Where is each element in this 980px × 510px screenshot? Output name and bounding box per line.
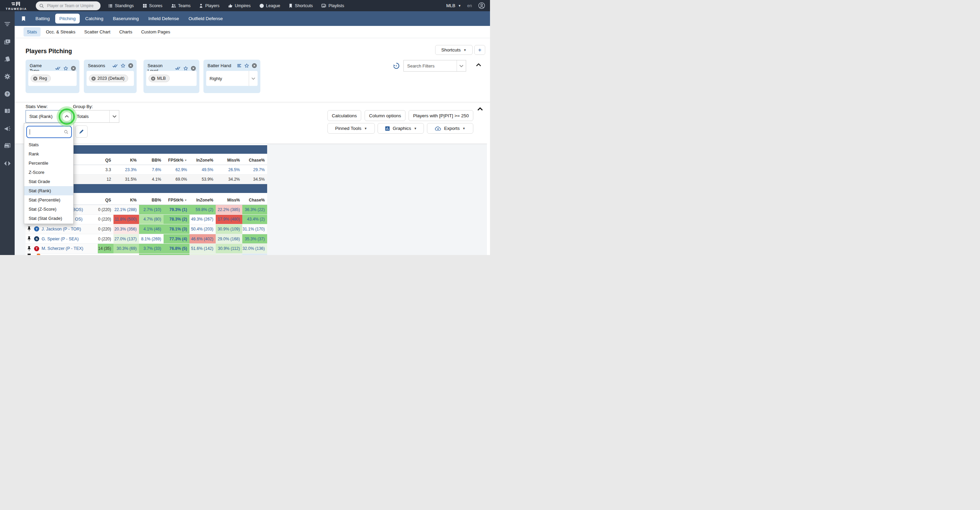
player-link[interactable]: BOS) xyxy=(73,207,83,212)
announcements-megaphone-icon[interactable] xyxy=(4,125,11,132)
media-gallery-icon[interactable] xyxy=(4,142,11,150)
scrollbar-track[interactable] xyxy=(487,144,490,255)
collapse-filters-icon[interactable] xyxy=(476,64,481,67)
search-filters-select[interactable]: Search Filters xyxy=(403,60,466,72)
remove-filter-icon[interactable] xyxy=(191,66,196,71)
graphics-button[interactable]: Graphics▼ xyxy=(377,123,424,134)
nav-item-league[interactable]: League xyxy=(259,3,280,8)
global-search[interactable] xyxy=(36,2,100,10)
filters-icon[interactable] xyxy=(4,21,11,28)
group-by-select[interactable]: Totals xyxy=(73,110,119,123)
nav-item-teams[interactable]: Teams xyxy=(171,3,191,8)
section-tab[interactable]: Catching xyxy=(81,14,107,24)
batter-hand-select[interactable]: Righty xyxy=(206,71,258,86)
subnav-item[interactable]: Charts xyxy=(116,27,135,37)
subnav-item[interactable]: Stats xyxy=(24,27,41,37)
section-tab[interactable]: Pitching xyxy=(55,14,80,24)
qualifier-button[interactable]: Players with [P|PIT] >= 250 xyxy=(409,110,473,121)
exports-button[interactable]: Exports▼ xyxy=(427,123,473,134)
column-header[interactable]: Chase%▼ xyxy=(242,198,267,204)
nav-item-scores[interactable]: Scores xyxy=(142,3,162,8)
pin-icon[interactable] xyxy=(25,244,32,253)
select-all-icon[interactable] xyxy=(175,66,181,70)
remove-filter-icon[interactable] xyxy=(71,66,76,71)
embed-code-icon[interactable] xyxy=(4,160,11,167)
edit-stats-view-button[interactable] xyxy=(75,126,88,138)
subnav-item[interactable]: Scatter Chart xyxy=(81,27,114,37)
column-header[interactable]: InZone%▼ xyxy=(189,198,216,204)
column-header[interactable]: QS▼ xyxy=(98,198,113,204)
stats-view-option[interactable]: Stat (Z-Score) xyxy=(24,204,73,214)
column-header[interactable]: Miss%▼ xyxy=(216,198,242,204)
subnav-item[interactable]: Occ. & Streaks xyxy=(43,27,79,37)
player-link[interactable]: G. Speier (P - SEA) xyxy=(41,237,79,241)
glossary-book-icon[interactable] xyxy=(4,108,11,115)
column-header[interactable]: QS▼ xyxy=(98,158,113,165)
column-header[interactable]: Miss%▼ xyxy=(216,158,242,165)
settings-gear-icon[interactable] xyxy=(4,73,11,80)
player-link[interactable]: J. Jackson (P - TOR) xyxy=(41,227,81,231)
stats-view-option[interactable]: Rank xyxy=(24,149,73,159)
section-tab[interactable]: Batting xyxy=(31,14,54,24)
nav-item-standings[interactable]: Standings xyxy=(108,3,134,8)
column-header[interactable]: K%▼ xyxy=(113,158,139,165)
favorite-star-icon[interactable] xyxy=(121,64,126,68)
dropdown-search-input[interactable] xyxy=(32,129,62,135)
pin-icon[interactable] xyxy=(25,234,32,244)
help-icon[interactable]: ? xyxy=(4,90,11,97)
filter-chip[interactable]: 2023 (Default) xyxy=(89,75,128,82)
column-header[interactable]: BB%▼ xyxy=(139,158,164,165)
language-selector[interactable]: en xyxy=(467,3,472,8)
calculations-button[interactable]: Calculations xyxy=(328,110,361,121)
select-all-icon[interactable] xyxy=(55,66,60,70)
column-header[interactable]: K%▼ xyxy=(113,198,139,204)
column-header[interactable]: Chase%▼ xyxy=(242,158,267,165)
nav-item-umpires[interactable]: Umpires xyxy=(228,3,251,8)
stats-view-select[interactable]: Stat (Rank) xyxy=(25,110,72,123)
menu-icon[interactable] xyxy=(237,64,242,67)
bookmark-icon[interactable] xyxy=(21,16,26,21)
stats-view-option[interactable]: Stats xyxy=(24,140,73,149)
stats-view-option[interactable]: Percentile xyxy=(24,159,73,168)
favorite-star-icon[interactable] xyxy=(183,66,188,70)
stats-view-option[interactable]: Stat (Rank) xyxy=(24,186,73,195)
pin-icon[interactable] xyxy=(25,224,32,234)
stats-view-option[interactable]: Stat (Stat Grade) xyxy=(24,214,73,223)
user-avatar[interactable] xyxy=(478,2,485,9)
nav-item-players[interactable]: Players xyxy=(199,3,220,8)
column-header[interactable]: BB%▼ xyxy=(139,198,164,204)
remove-filter-icon[interactable] xyxy=(128,63,133,68)
column-header[interactable]: FPStk%▼ xyxy=(164,158,189,165)
stats-view-option[interactable]: Stat Grade xyxy=(24,177,73,186)
video-playlist-icon[interactable] xyxy=(4,38,11,45)
filter-chip[interactable]: MLB xyxy=(149,75,170,82)
player-link[interactable]: OS) xyxy=(75,217,83,222)
section-tab[interactable]: Infield Defense xyxy=(144,14,183,24)
section-tab[interactable]: Baserunning xyxy=(109,14,143,24)
dropdown-search[interactable] xyxy=(26,126,72,138)
stats-view-option[interactable]: Stat (Percentile) xyxy=(24,195,73,204)
filter-chip[interactable]: Reg xyxy=(31,75,51,82)
scorecard-icon[interactable] xyxy=(4,56,11,63)
add-page-button[interactable]: + xyxy=(474,45,485,55)
section-tab[interactable]: Outfield Defense xyxy=(185,14,227,24)
stats-view-option[interactable]: Z-Score xyxy=(24,168,73,177)
shortcuts-button[interactable]: Shortcuts ▼ xyxy=(435,45,473,55)
subnav-item[interactable]: Custom Pages xyxy=(138,27,173,37)
remove-filter-icon[interactable] xyxy=(252,63,257,68)
league-selector[interactable]: MLB ▼ xyxy=(446,3,461,8)
pinned-tools-button[interactable]: Pinned Tools▼ xyxy=(328,123,375,134)
select-all-icon[interactable] xyxy=(112,64,118,68)
column-header[interactable]: InZone%▼ xyxy=(189,158,216,165)
column-options-button[interactable]: Column options xyxy=(364,110,406,121)
player-link[interactable]: M. Scherzer (P - TEX) xyxy=(41,246,83,251)
favorite-star-icon[interactable] xyxy=(64,66,68,70)
trumedia-logo[interactable]: TRUMEDIA xyxy=(0,1,33,11)
global-search-input[interactable] xyxy=(46,3,94,8)
nav-item-playlists[interactable]: Playlists xyxy=(321,3,344,8)
filter-history-icon[interactable] xyxy=(393,62,400,70)
collapse-controls-icon[interactable] xyxy=(477,107,483,111)
nav-item-shortcuts[interactable]: Shortcuts xyxy=(289,3,313,8)
column-header[interactable]: FPStk%▼ xyxy=(164,198,189,204)
favorite-star-icon[interactable] xyxy=(244,64,249,68)
